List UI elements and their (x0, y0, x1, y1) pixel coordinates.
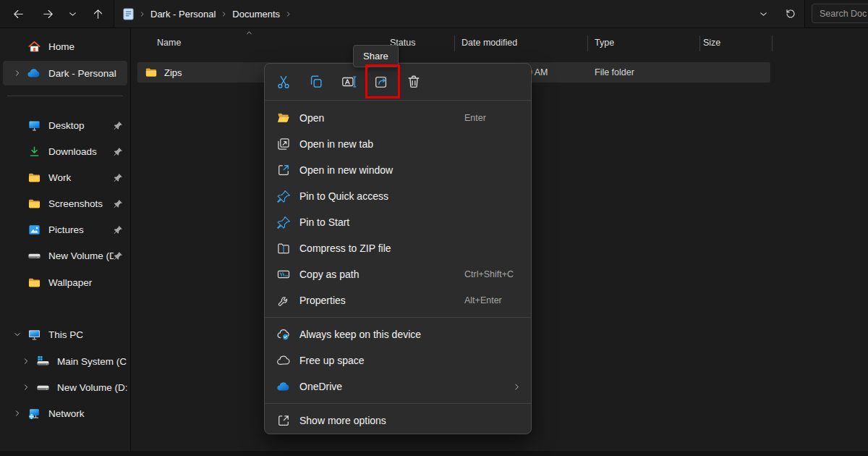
pin-icon (114, 225, 123, 235)
onedrive-cloud-icon (26, 66, 42, 80)
menu-item-open-in-new-window[interactable]: Open in new window (265, 157, 531, 183)
menu-item-always-keep-on-device[interactable]: Always keep on this device (265, 321, 531, 347)
shortcut-label: Enter (464, 113, 486, 123)
onedrive-icon (275, 379, 292, 394)
menu-item-copy-as-path[interactable]: Copy as path Ctrl+Shift+C (265, 261, 531, 287)
chevron-down-icon (759, 9, 768, 19)
sidebar-item-dark-personal[interactable]: Dark - Personal (3, 61, 127, 85)
folder-icon (145, 66, 158, 79)
drive-icon (35, 381, 51, 394)
menu-item-compress-to-zip[interactable]: Compress to ZIP file (265, 235, 531, 261)
menu-item-pin-to-start[interactable]: Pin to Start (265, 209, 531, 235)
home-icon (26, 40, 42, 54)
chevron-right-icon[interactable] (17, 384, 35, 391)
quick-actions-row (265, 64, 531, 101)
sidebar-item-main-system-c[interactable]: Main System (C:) (3, 349, 127, 373)
computer-icon (26, 328, 42, 342)
breadcrumb-item-dark-personal[interactable]: Dark - Personal (150, 9, 216, 20)
rename-icon (341, 74, 357, 90)
sidebar-item-label: Dark - Personal (48, 68, 127, 79)
pane-divider[interactable] (130, 28, 131, 451)
menu-item-open[interactable]: Open Enter (265, 105, 531, 131)
cut-icon (276, 74, 292, 90)
sidebar-item-label: New Volume (D:) (48, 250, 114, 261)
forward-arrow-icon (42, 8, 54, 20)
column-header-type[interactable]: Type (595, 38, 614, 48)
sidebar-item-label: New Volume (D:) (57, 382, 127, 393)
rename-button[interactable] (336, 69, 362, 95)
sidebar-item-label: Pictures (48, 224, 114, 235)
column-header-size[interactable]: Size (703, 38, 720, 48)
navigation-toolbar: Dark - Personal Documents (0, 0, 868, 28)
navigation-pane: Home Dark - Personal Desktop Downloads (0, 28, 130, 451)
up-button[interactable] (85, 0, 111, 28)
sidebar-item-new-volume-d[interactable]: New Volume (D:) (3, 243, 127, 268)
sidebar-item-pictures[interactable]: Pictures (3, 217, 127, 242)
column-separator[interactable] (772, 35, 773, 51)
sidebar-item-label: This PC (48, 329, 127, 340)
sidebar-item-this-pc[interactable]: This PC (3, 322, 127, 347)
open-new-tab-icon (275, 137, 292, 151)
sidebar-item-screenshots[interactable]: Screenshots (3, 191, 127, 216)
breadcrumb-chevron-icon (285, 11, 292, 17)
sidebar-item-wallpaper[interactable]: Wallpaper (3, 270, 127, 295)
sidebar-item-work[interactable]: Work (3, 165, 127, 190)
column-header-name[interactable]: Name (157, 38, 181, 48)
cut-button[interactable] (271, 69, 297, 95)
chevron-down-icon[interactable] (9, 331, 26, 338)
refresh-icon (785, 8, 796, 20)
column-separator[interactable] (699, 35, 700, 51)
folder-icon (26, 197, 42, 211)
sidebar-item-label: Home (48, 41, 127, 52)
sidebar-item-label: Work (48, 172, 114, 183)
chevron-down-icon (68, 9, 77, 19)
open-folder-icon (275, 111, 292, 125)
search-input[interactable] (812, 4, 868, 23)
menu-item-open-in-new-tab[interactable]: Open in new tab (265, 131, 531, 157)
chevron-right-icon[interactable] (9, 69, 26, 77)
open-new-window-icon (275, 163, 292, 177)
menu-item-onedrive[interactable]: OneDrive (265, 373, 531, 400)
pin-icon (114, 251, 123, 261)
share-icon (373, 74, 389, 90)
forward-button[interactable] (35, 0, 61, 28)
sort-ascending-icon (245, 29, 253, 37)
refresh-button[interactable] (779, 0, 802, 28)
copy-button[interactable] (303, 69, 329, 95)
back-button[interactable] (5, 0, 31, 28)
zip-folder-icon (275, 241, 292, 256)
chevron-right-icon[interactable] (9, 410, 26, 417)
column-separator[interactable] (454, 35, 455, 51)
column-header-date-modified[interactable]: Date modified (461, 38, 517, 48)
sidebar-item-label: Downloads (48, 146, 114, 157)
sidebar-item-downloads[interactable]: Downloads (3, 139, 127, 164)
menu-item-show-more-options[interactable]: Show more options (265, 408, 531, 434)
desktop-icon (26, 119, 42, 132)
sidebar-item-desktop[interactable]: Desktop (3, 113, 127, 138)
menu-item-properties[interactable]: Properties Alt+Enter (265, 287, 531, 313)
file-name: Zips (164, 67, 182, 78)
drive-icon (26, 249, 42, 263)
sidebar-item-label: Main System (C:) (57, 356, 127, 367)
downloads-icon (26, 145, 42, 159)
address-dropdown-button[interactable] (753, 0, 773, 28)
address-bar[interactable]: Dark - Personal Documents (114, 0, 805, 28)
file-explorer-window: Dark - Personal Documents Home Dark (0, 0, 868, 456)
copy-path-icon (275, 267, 292, 282)
menu-separator (265, 403, 531, 404)
menu-item-free-up-space[interactable]: Free up space (265, 347, 531, 373)
chevron-right-icon[interactable] (17, 358, 35, 365)
recent-locations-button[interactable] (59, 0, 85, 28)
column-separator[interactable] (587, 35, 588, 51)
sidebar-item-label: Desktop (48, 120, 114, 131)
menu-item-pin-to-quick-access[interactable]: Pin to Quick access (265, 183, 531, 209)
breadcrumb-item-documents[interactable]: Documents (232, 9, 280, 20)
sidebar-item-network[interactable]: Network (3, 401, 127, 426)
sidebar-item-home[interactable]: Home (3, 34, 127, 59)
delete-button[interactable] (401, 69, 427, 95)
pin-icon (114, 121, 123, 130)
pin-icon (114, 199, 123, 208)
sidebar-item-new-volume-d-2[interactable]: New Volume (D:) (3, 375, 127, 400)
share-button[interactable] (368, 69, 394, 95)
folder-icon (26, 171, 42, 185)
